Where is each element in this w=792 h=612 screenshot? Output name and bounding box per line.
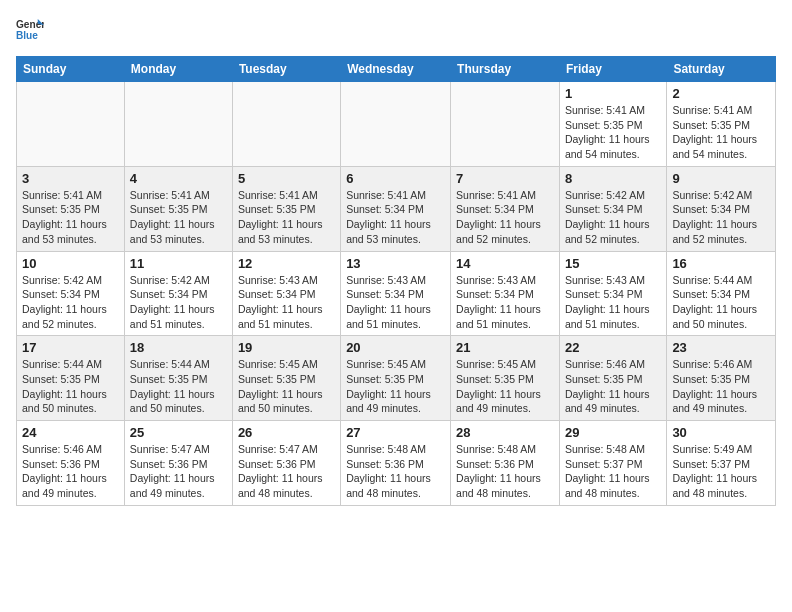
day-number: 30	[672, 425, 770, 440]
day-info: Sunrise: 5:46 AMSunset: 5:35 PMDaylight:…	[565, 357, 661, 416]
day-number: 5	[238, 171, 335, 186]
day-info: Sunrise: 5:42 AMSunset: 5:34 PMDaylight:…	[22, 273, 119, 332]
day-info: Sunrise: 5:45 AMSunset: 5:35 PMDaylight:…	[238, 357, 335, 416]
day-info: Sunrise: 5:45 AMSunset: 5:35 PMDaylight:…	[346, 357, 445, 416]
calendar-cell: 5Sunrise: 5:41 AMSunset: 5:35 PMDaylight…	[232, 166, 340, 251]
day-info: Sunrise: 5:46 AMSunset: 5:35 PMDaylight:…	[672, 357, 770, 416]
day-info: Sunrise: 5:48 AMSunset: 5:36 PMDaylight:…	[456, 442, 554, 501]
day-number: 22	[565, 340, 661, 355]
day-number: 1	[565, 86, 661, 101]
day-info: Sunrise: 5:41 AMSunset: 5:35 PMDaylight:…	[130, 188, 227, 247]
day-number: 9	[672, 171, 770, 186]
day-number: 26	[238, 425, 335, 440]
weekday-header-sunday: Sunday	[17, 57, 125, 82]
page-header: General Blue	[16, 16, 776, 44]
week-row-3: 10Sunrise: 5:42 AMSunset: 5:34 PMDayligh…	[17, 251, 776, 336]
day-info: Sunrise: 5:46 AMSunset: 5:36 PMDaylight:…	[22, 442, 119, 501]
calendar-cell: 18Sunrise: 5:44 AMSunset: 5:35 PMDayligh…	[124, 336, 232, 421]
calendar-cell: 28Sunrise: 5:48 AMSunset: 5:36 PMDayligh…	[451, 421, 560, 506]
calendar-cell: 14Sunrise: 5:43 AMSunset: 5:34 PMDayligh…	[451, 251, 560, 336]
calendar-cell	[232, 82, 340, 167]
calendar-cell	[124, 82, 232, 167]
weekday-header-monday: Monday	[124, 57, 232, 82]
day-info: Sunrise: 5:49 AMSunset: 5:37 PMDaylight:…	[672, 442, 770, 501]
calendar-cell: 22Sunrise: 5:46 AMSunset: 5:35 PMDayligh…	[559, 336, 666, 421]
day-number: 11	[130, 256, 227, 271]
day-info: Sunrise: 5:43 AMSunset: 5:34 PMDaylight:…	[238, 273, 335, 332]
day-info: Sunrise: 5:41 AMSunset: 5:35 PMDaylight:…	[238, 188, 335, 247]
day-number: 27	[346, 425, 445, 440]
day-number: 7	[456, 171, 554, 186]
day-info: Sunrise: 5:43 AMSunset: 5:34 PMDaylight:…	[565, 273, 661, 332]
calendar-cell: 8Sunrise: 5:42 AMSunset: 5:34 PMDaylight…	[559, 166, 666, 251]
day-number: 16	[672, 256, 770, 271]
calendar-cell: 24Sunrise: 5:46 AMSunset: 5:36 PMDayligh…	[17, 421, 125, 506]
calendar-cell: 6Sunrise: 5:41 AMSunset: 5:34 PMDaylight…	[341, 166, 451, 251]
day-info: Sunrise: 5:41 AMSunset: 5:35 PMDaylight:…	[565, 103, 661, 162]
day-number: 28	[456, 425, 554, 440]
calendar-cell: 12Sunrise: 5:43 AMSunset: 5:34 PMDayligh…	[232, 251, 340, 336]
day-info: Sunrise: 5:45 AMSunset: 5:35 PMDaylight:…	[456, 357, 554, 416]
calendar-cell: 7Sunrise: 5:41 AMSunset: 5:34 PMDaylight…	[451, 166, 560, 251]
calendar-cell	[451, 82, 560, 167]
logo: General Blue	[16, 16, 44, 44]
calendar-cell: 16Sunrise: 5:44 AMSunset: 5:34 PMDayligh…	[667, 251, 776, 336]
day-number: 4	[130, 171, 227, 186]
day-info: Sunrise: 5:41 AMSunset: 5:34 PMDaylight:…	[346, 188, 445, 247]
calendar-cell: 21Sunrise: 5:45 AMSunset: 5:35 PMDayligh…	[451, 336, 560, 421]
weekday-header-friday: Friday	[559, 57, 666, 82]
weekday-header-row: SundayMondayTuesdayWednesdayThursdayFrid…	[17, 57, 776, 82]
day-info: Sunrise: 5:44 AMSunset: 5:34 PMDaylight:…	[672, 273, 770, 332]
calendar-cell: 19Sunrise: 5:45 AMSunset: 5:35 PMDayligh…	[232, 336, 340, 421]
day-info: Sunrise: 5:43 AMSunset: 5:34 PMDaylight:…	[346, 273, 445, 332]
logo-icon: General Blue	[16, 16, 44, 44]
week-row-1: 1Sunrise: 5:41 AMSunset: 5:35 PMDaylight…	[17, 82, 776, 167]
day-info: Sunrise: 5:48 AMSunset: 5:36 PMDaylight:…	[346, 442, 445, 501]
calendar-cell	[17, 82, 125, 167]
day-info: Sunrise: 5:41 AMSunset: 5:35 PMDaylight:…	[22, 188, 119, 247]
day-info: Sunrise: 5:43 AMSunset: 5:34 PMDaylight:…	[456, 273, 554, 332]
weekday-header-saturday: Saturday	[667, 57, 776, 82]
calendar-cell: 30Sunrise: 5:49 AMSunset: 5:37 PMDayligh…	[667, 421, 776, 506]
weekday-header-tuesday: Tuesday	[232, 57, 340, 82]
calendar-cell: 3Sunrise: 5:41 AMSunset: 5:35 PMDaylight…	[17, 166, 125, 251]
day-number: 8	[565, 171, 661, 186]
day-number: 3	[22, 171, 119, 186]
day-info: Sunrise: 5:42 AMSunset: 5:34 PMDaylight:…	[672, 188, 770, 247]
day-number: 6	[346, 171, 445, 186]
day-number: 15	[565, 256, 661, 271]
calendar-cell: 10Sunrise: 5:42 AMSunset: 5:34 PMDayligh…	[17, 251, 125, 336]
day-number: 29	[565, 425, 661, 440]
calendar-cell: 11Sunrise: 5:42 AMSunset: 5:34 PMDayligh…	[124, 251, 232, 336]
svg-text:General: General	[16, 19, 44, 30]
weekday-header-wednesday: Wednesday	[341, 57, 451, 82]
calendar-cell: 29Sunrise: 5:48 AMSunset: 5:37 PMDayligh…	[559, 421, 666, 506]
calendar-cell	[341, 82, 451, 167]
calendar-cell: 1Sunrise: 5:41 AMSunset: 5:35 PMDaylight…	[559, 82, 666, 167]
weekday-header-thursday: Thursday	[451, 57, 560, 82]
day-info: Sunrise: 5:48 AMSunset: 5:37 PMDaylight:…	[565, 442, 661, 501]
calendar-cell: 25Sunrise: 5:47 AMSunset: 5:36 PMDayligh…	[124, 421, 232, 506]
calendar-cell: 9Sunrise: 5:42 AMSunset: 5:34 PMDaylight…	[667, 166, 776, 251]
day-info: Sunrise: 5:42 AMSunset: 5:34 PMDaylight:…	[130, 273, 227, 332]
calendar-cell: 4Sunrise: 5:41 AMSunset: 5:35 PMDaylight…	[124, 166, 232, 251]
day-number: 18	[130, 340, 227, 355]
day-number: 17	[22, 340, 119, 355]
calendar-table: SundayMondayTuesdayWednesdayThursdayFrid…	[16, 56, 776, 506]
day-info: Sunrise: 5:47 AMSunset: 5:36 PMDaylight:…	[130, 442, 227, 501]
calendar-cell: 27Sunrise: 5:48 AMSunset: 5:36 PMDayligh…	[341, 421, 451, 506]
day-info: Sunrise: 5:42 AMSunset: 5:34 PMDaylight:…	[565, 188, 661, 247]
day-number: 19	[238, 340, 335, 355]
day-number: 25	[130, 425, 227, 440]
day-number: 14	[456, 256, 554, 271]
day-info: Sunrise: 5:44 AMSunset: 5:35 PMDaylight:…	[130, 357, 227, 416]
day-number: 23	[672, 340, 770, 355]
day-number: 12	[238, 256, 335, 271]
day-number: 24	[22, 425, 119, 440]
day-number: 20	[346, 340, 445, 355]
calendar-cell: 26Sunrise: 5:47 AMSunset: 5:36 PMDayligh…	[232, 421, 340, 506]
day-number: 10	[22, 256, 119, 271]
day-number: 2	[672, 86, 770, 101]
calendar-cell: 15Sunrise: 5:43 AMSunset: 5:34 PMDayligh…	[559, 251, 666, 336]
day-info: Sunrise: 5:44 AMSunset: 5:35 PMDaylight:…	[22, 357, 119, 416]
